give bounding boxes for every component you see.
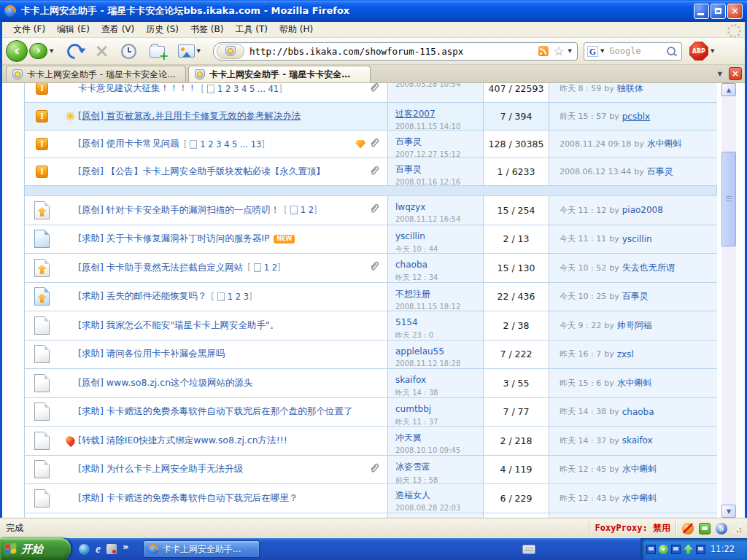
thread-title-link[interactable]: [原创] 首页被篡改,并且用卡卡修复无效的参考解决办法 xyxy=(78,110,301,122)
thread-title-link[interactable]: [求助] 请问各位用卡卡补漏会黑屏吗 xyxy=(78,348,225,360)
start-button[interactable]: 开始 xyxy=(0,538,71,560)
last-poster-link[interactable]: pcsblx xyxy=(622,112,651,122)
history-clock-button[interactable] xyxy=(121,44,136,59)
author-link[interactable]: 不想注册 xyxy=(395,289,430,299)
last-poster-link[interactable]: skaifox xyxy=(622,435,653,446)
google-engine-icon[interactable]: G xyxy=(587,46,598,57)
tray-uparrow-icon[interactable] xyxy=(684,545,693,554)
thread-title-link[interactable]: [求助] 关于卡卡修复漏洞补丁时访问的服务器IP xyxy=(78,233,269,245)
author-link[interactable]: skaifox xyxy=(395,375,426,385)
adblock-plus-icon[interactable]: ABP xyxy=(689,42,708,61)
thread-title-link[interactable]: [原创] 【公告】卡卡上网安全助手版块发帖必读【永久置顶】 xyxy=(78,166,325,178)
author-link[interactable]: 5154 xyxy=(395,317,418,327)
thread-title-link[interactable]: [原创] 使用卡卡常见问题 xyxy=(78,138,179,150)
pagination[interactable]: [1 2 3 4 5 ... 13 ] xyxy=(184,139,265,149)
author-link[interactable]: chaoba xyxy=(395,260,427,270)
url-bar[interactable]: http://bbs.ikaka.com/showforum-115.aspx … xyxy=(213,42,578,61)
thread-title-link[interactable]: [求助] 卡卡赠送的免费杀毒软件自动下载完后在哪里？ xyxy=(78,492,298,505)
menu-file[interactable]: 文件 (F) xyxy=(7,22,51,37)
history-dropdown-icon[interactable]: ▼ xyxy=(50,48,53,54)
author-link[interactable]: 百事灵 xyxy=(395,164,422,174)
close-tab-button[interactable]: × xyxy=(729,67,742,80)
reload-button[interactable] xyxy=(64,40,86,62)
menu-view[interactable]: 查看 (V) xyxy=(96,22,140,37)
tray-monitor-icon[interactable] xyxy=(696,545,705,554)
menu-history[interactable]: 历史 (S) xyxy=(140,22,185,37)
menu-edit[interactable]: 编辑 (E) xyxy=(51,22,96,37)
author-link[interactable]: applelau55 xyxy=(395,346,444,357)
author-link[interactable]: 冲天翼 xyxy=(395,432,422,443)
last-poster-link[interactable]: chaoba xyxy=(622,407,654,417)
scroll-up-button[interactable]: ▲ xyxy=(721,83,736,96)
thread-title-link[interactable]: [求助] 丢失的邮件还能恢复吗？ xyxy=(78,290,206,303)
thread-title-link[interactable]: [求助] 我家怎么不能安"瑞星卡卡上网安全助手"。 xyxy=(78,319,279,332)
author-link[interactable]: 造福女人 xyxy=(395,490,430,500)
screenshot-dropdown-icon[interactable]: ▼ xyxy=(197,48,201,54)
rss-feed-icon[interactable] xyxy=(538,46,549,56)
addon-s-icon[interactable]: S xyxy=(716,523,727,534)
tray-network-icon[interactable] xyxy=(646,545,656,554)
tray-update-icon[interactable]: ▾ xyxy=(659,545,668,554)
site-identity-button[interactable] xyxy=(217,44,244,59)
last-poster-link[interactable]: 百事灵 xyxy=(647,166,673,178)
author-link[interactable]: lwqzyx xyxy=(395,202,425,212)
last-poster-link[interactable]: 水中蝌蚪 xyxy=(622,463,657,475)
author-link[interactable]: cumtbbj xyxy=(395,404,431,414)
addon-chat-icon[interactable] xyxy=(699,523,711,534)
scroll-down-button[interactable]: ▼ xyxy=(721,505,736,518)
tab-list-dropdown-icon[interactable]: ▼ xyxy=(718,71,722,77)
last-poster-link[interactable]: yscillin xyxy=(622,234,652,244)
last-poster-link[interactable]: 水中蝌蚪 xyxy=(647,138,682,150)
taskbar-firefox-button[interactable]: 卡卡上网安全助手... xyxy=(143,540,260,558)
page-numbers[interactable]: 1 2 3 4 5 ... 13 xyxy=(200,139,261,149)
menu-bookmarks[interactable]: 书签 (B) xyxy=(185,22,229,37)
back-button[interactable]: ‹ xyxy=(6,40,28,62)
last-poster-link[interactable]: 独联体 xyxy=(617,83,643,95)
minimize-button[interactable] xyxy=(694,4,709,19)
close-button[interactable]: × xyxy=(727,4,743,19)
last-poster-link[interactable]: 百事灵 xyxy=(622,290,649,303)
stop-button[interactable]: × xyxy=(94,42,109,60)
last-poster-link[interactable]: 水中蝌蚪 xyxy=(622,492,657,505)
author-link[interactable]: 冰姿雪蓝 xyxy=(395,462,430,472)
last-poster-link[interactable]: zxsl xyxy=(617,349,634,359)
url-dropdown-icon[interactable]: ▼ xyxy=(568,48,572,54)
page-numbers[interactable]: 1 2 3 xyxy=(228,292,249,302)
adblock-dropdown-icon[interactable]: ▼ xyxy=(711,48,714,54)
forward-button[interactable]: › xyxy=(29,43,47,59)
tab-1[interactable]: 卡卡上网安全助手 - 瑞星卡卡安全论… xyxy=(6,66,186,82)
url-text[interactable]: http://bbs.ikaka.com/showforum-115.aspx xyxy=(249,46,538,57)
last-poster-link[interactable]: 水中蝌蚪 xyxy=(617,377,652,389)
author-link[interactable]: yscillin xyxy=(395,231,425,241)
last-poster-link[interactable]: piao2008 xyxy=(622,205,663,215)
vertical-scrollbar[interactable]: ▲ ▼ xyxy=(721,83,736,518)
thread-title-link[interactable]: [原创] 卡卡助手竟然无法拦截自定义网站 xyxy=(78,262,243,274)
page-numbers[interactable]: 1 2 xyxy=(264,262,277,273)
screenshot-tool-button[interactable] xyxy=(178,44,195,58)
page-numbers[interactable]: 1 2 xyxy=(301,205,314,215)
menu-tools[interactable]: 工具 (T) xyxy=(229,22,274,37)
thread-title-link[interactable]: [原创] 针对卡卡安全助手的漏洞扫描的一点唠叨！ xyxy=(78,204,279,217)
thread-title-link[interactable]: [原创] www.so8.zj.cn这个垃圾网站的源头 xyxy=(78,377,253,389)
tray-connection-icon[interactable] xyxy=(671,545,681,554)
foxyproxy-status[interactable]: FoxyProxy: 禁用 xyxy=(595,522,670,534)
pagination[interactable]: [1 2 3 4 5 ... 41 ] xyxy=(201,84,282,94)
thread-title-link[interactable]: [转载] 清除IE0快捷方式绑定www.so8.zj.cn方法!!! xyxy=(78,435,287,447)
search-engine-dropdown-icon[interactable]: ▼ xyxy=(600,48,604,54)
scrollbar-thumb[interactable] xyxy=(721,152,736,246)
pagination[interactable]: [1 2 ] xyxy=(247,262,280,273)
last-poster-link[interactable]: 帅哥阿福 xyxy=(617,319,652,332)
thread-title-link[interactable]: [求助] 卡卡赠送的免费杀毒软件自动下载完后在那个盘的那个位置了 xyxy=(78,405,352,418)
pagination[interactable]: [1 2 3 ] xyxy=(211,292,252,302)
quick-launch-sphere-icon[interactable] xyxy=(79,544,90,555)
bookmark-star-icon[interactable]: ☆ xyxy=(553,45,564,58)
language-keyboard-icon[interactable] xyxy=(522,545,535,554)
page-numbers[interactable]: 1 2 3 4 5 ... 41 xyxy=(217,84,279,94)
thread-title-link[interactable]: 卡卡意见建议大征集！！！！ xyxy=(78,83,197,95)
tab-2-active[interactable]: 卡卡上网安全助手 - 瑞星卡卡安全… xyxy=(188,66,371,82)
foxyproxy-icon[interactable] xyxy=(682,523,694,534)
restore-button[interactable] xyxy=(711,4,726,19)
last-poster-link[interactable]: 失去也无所谓 xyxy=(622,262,675,274)
author-link[interactable]: 过客2007 xyxy=(395,109,436,119)
new-tab-button[interactable] xyxy=(150,46,165,58)
